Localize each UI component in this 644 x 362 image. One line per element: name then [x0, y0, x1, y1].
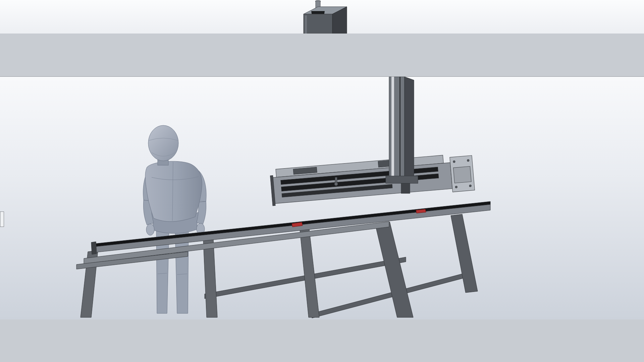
mannequin-model[interactable] — [143, 125, 206, 313]
feature-manager-splitter[interactable] — [0, 212, 4, 227]
solidworks-window-front — [0, 76, 644, 362]
stepper-motor-model[interactable] — [0, 0, 644, 34]
screen — [0, 0, 644, 362]
viewport-main[interactable] — [0, 77, 644, 319]
solidworks-window-back — [0, 0, 644, 76]
machine-assembly[interactable] — [76, 77, 490, 318]
assembly-3d-view[interactable] — [0, 77, 644, 319]
viewport-back[interactable] — [0, 0, 644, 34]
